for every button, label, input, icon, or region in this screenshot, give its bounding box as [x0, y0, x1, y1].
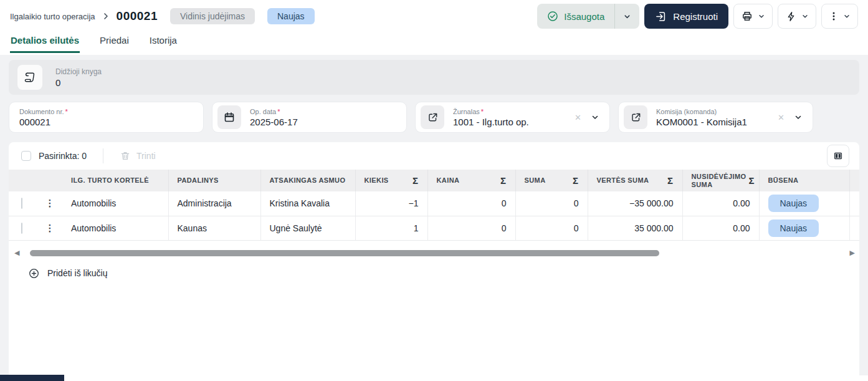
header-select-spacer	[9, 170, 37, 191]
column-header[interactable]: KAINAΣ	[427, 170, 515, 191]
scrollbar-thumb[interactable]	[30, 250, 659, 256]
print-button[interactable]	[733, 4, 773, 29]
clear-icon[interactable]: ✕	[772, 113, 790, 122]
add-from-balances-link[interactable]: Pridėti iš likučių	[29, 268, 107, 279]
external-link-icon	[630, 112, 642, 123]
select-all-checkbox[interactable]	[21, 151, 31, 161]
quick-actions-button[interactable]	[778, 4, 816, 29]
column-header[interactable]: PADALINYS	[168, 170, 260, 191]
column-header[interactable]: KIEKISΣ	[355, 170, 427, 191]
ledger-value: 0	[55, 77, 102, 88]
chevron-down-icon	[801, 12, 809, 20]
column-header[interactable]: SUMAΣ	[515, 170, 588, 191]
table-cell[interactable]: 0	[515, 191, 588, 216]
header-stub	[849, 170, 859, 191]
page-title: 000021	[117, 9, 158, 23]
ledger-panel: Didžioji knyga 0	[9, 60, 859, 95]
table-cell[interactable]: Naujas	[759, 216, 849, 240]
chevron-right-icon	[102, 12, 110, 20]
delete-button[interactable]: Trinti	[120, 150, 156, 162]
row-menu-icon[interactable]: ⋮	[45, 198, 55, 208]
ledger-scroll-icon	[23, 70, 37, 84]
sum-icon[interactable]: Σ	[413, 175, 418, 186]
column-header-label: SUMA	[525, 176, 546, 185]
column-header[interactable]: NUSIDĖVĖJIMO SUMAΣ	[682, 170, 759, 191]
table-cell[interactable]: 0	[427, 216, 515, 240]
register-button[interactable]: Registruoti	[644, 4, 728, 29]
table-cell[interactable]: Kristina Kavalia	[260, 191, 355, 216]
journal-open-button[interactable]	[421, 105, 444, 129]
row-stub	[849, 216, 859, 240]
operation-date-field[interactable]: Op. data* 2025-06-17	[212, 102, 407, 133]
row-status-badge: Naujas	[768, 195, 819, 212]
table-row: ⋮AutomobilisKaunasUgnė Saulytė10035 000.…	[9, 216, 859, 240]
column-header-label: KAINA	[437, 176, 460, 185]
status-badge: Naujas	[267, 8, 315, 24]
circle-plus-icon	[29, 268, 39, 279]
table-cell[interactable]: Kaunas	[168, 216, 260, 240]
table-cell[interactable]: −1	[355, 191, 427, 216]
scrollbar-arrow-icon[interactable]: ▶	[848, 249, 857, 256]
table-toolbar: Pasirinkta: 0 Trinti	[9, 142, 859, 170]
toolbar-divider	[103, 148, 103, 163]
columns-icon	[832, 150, 844, 162]
table-cell[interactable]: Naujas	[759, 191, 849, 216]
scrollbar-track[interactable]	[21, 250, 847, 256]
table-cell[interactable]: 35 000.00	[588, 216, 682, 240]
lines-card: Pasirinkta: 0 Trinti ILG. TURTO KORTELĖP…	[9, 142, 859, 381]
field-value: KOM0001 - Komisija1	[656, 117, 747, 127]
table-cell[interactable]: Administracija	[168, 191, 260, 216]
tab-priedai[interactable]: Priedai	[99, 32, 130, 51]
table-cell[interactable]: 1	[355, 216, 427, 240]
tab-istorija[interactable]: Istorija	[149, 32, 178, 51]
journal-field[interactable]: Žurnalas* 1001 - Ilg.turto op. ✕	[415, 102, 610, 133]
commission-open-button[interactable]	[624, 105, 647, 129]
table-cell[interactable]: Automobilis	[62, 191, 168, 216]
table-cell[interactable]: 0.00	[682, 216, 759, 240]
document-number-field[interactable]: Dokumento nr.* 000021	[9, 102, 204, 133]
sum-icon[interactable]: Σ	[748, 175, 754, 186]
table-header-row: ILG. TURTO KORTELĖPADALINYSATSAKINGAS AS…	[9, 170, 859, 191]
table-cell[interactable]: Ugnė Saulytė	[260, 216, 355, 240]
sum-icon[interactable]: Σ	[500, 175, 506, 186]
delete-button-label: Trinti	[136, 151, 156, 161]
row-menu-icon[interactable]: ⋮	[45, 223, 55, 233]
column-header[interactable]: BŪSENA	[759, 170, 849, 191]
column-header[interactable]: ILG. TURTO KORTELĖ	[62, 170, 168, 191]
saved-split-button[interactable]: Išsaugota	[537, 4, 639, 29]
commission-field[interactable]: Komisija (komanda) KOM0001 - Komisija1 ✕	[618, 102, 813, 133]
calendar-icon	[223, 111, 236, 123]
selected-count: Pasirinkta: 0	[39, 151, 87, 161]
required-asterisk: *	[481, 108, 484, 115]
sum-icon[interactable]: Σ	[573, 175, 578, 186]
field-label: Dokumento nr.	[19, 108, 64, 115]
tab-bar: Detalios eilutės Priedai Istorija	[10, 32, 858, 55]
column-header[interactable]: VERTĖS SUMAΣ	[588, 170, 682, 191]
chevron-down-icon[interactable]	[790, 113, 806, 122]
more-actions-button[interactable]	[821, 4, 858, 29]
lightning-icon	[785, 11, 797, 22]
column-settings-button[interactable]	[827, 145, 849, 167]
horizontal-scrollbar[interactable]: ◀ ▶	[12, 249, 857, 258]
lines-table: ILG. TURTO KORTELĖPADALINYSATSAKINGAS AS…	[9, 170, 859, 241]
tab-detalios-eilutes[interactable]: Detalios eilutės	[10, 32, 80, 53]
saved-dropdown-button[interactable]	[615, 4, 639, 29]
column-header-label: NUSIDĖVĖJIMO SUMA	[692, 173, 746, 188]
table-cell[interactable]: −35 000.00	[588, 191, 682, 216]
sum-icon[interactable]: Σ	[667, 175, 673, 186]
field-label: Op. data	[250, 108, 276, 115]
chevron-down-icon[interactable]	[587, 113, 603, 122]
top-bar: Ilgalaikio turto operacija 000021 Vidini…	[0, 0, 868, 55]
scrollbar-arrow-icon[interactable]: ◀	[12, 249, 21, 256]
header-menu-spacer	[37, 170, 62, 191]
table-cell[interactable]: 0	[515, 216, 588, 240]
table-cell[interactable]: Automobilis	[62, 216, 168, 240]
table-cell[interactable]: 0	[427, 191, 515, 216]
row-checkbox[interactable]	[21, 223, 22, 234]
row-checkbox[interactable]	[21, 198, 22, 209]
column-header[interactable]: ATSAKINGAS ASMUO	[260, 170, 355, 191]
breadcrumb[interactable]: Ilgalaikio turto operacija	[10, 12, 95, 21]
clear-icon[interactable]: ✕	[569, 113, 587, 122]
table-cell[interactable]: 0.00	[682, 191, 759, 216]
check-circle-icon	[547, 11, 558, 22]
